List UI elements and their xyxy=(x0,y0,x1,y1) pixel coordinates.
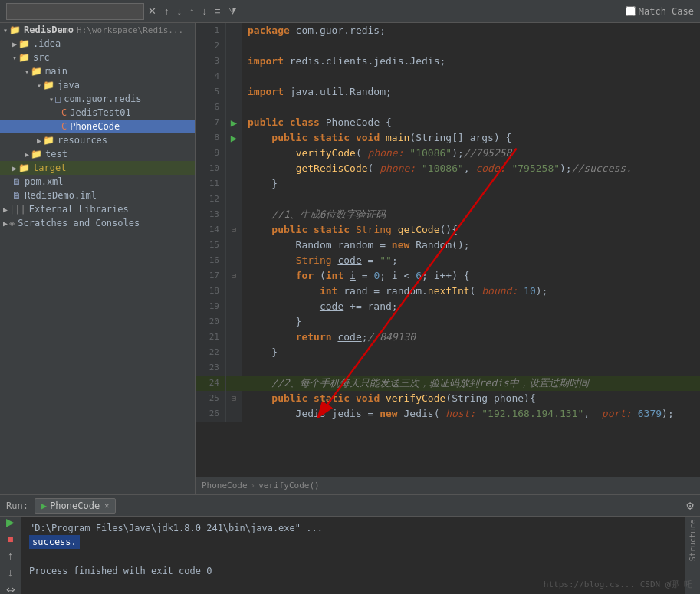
match-case-label[interactable]: Match Case xyxy=(639,6,694,17)
code-line-15: 15 Random random = new Random(); xyxy=(196,238,700,253)
line-gutter-26 xyxy=(226,406,242,422)
run-stop-button[interactable]: ■ xyxy=(5,532,16,546)
code-editor[interactable]: 1 package com.guor.redis; 2 3 import red… xyxy=(196,23,700,477)
match-case-area: Match Case xyxy=(626,6,694,17)
sidebar-item-external-libs[interactable]: ▶ ||| External Libraries xyxy=(0,202,195,216)
run-tab-phonecode[interactable]: ▶ PhoneCode ✕ xyxy=(35,498,116,514)
test-arrow: ▶ xyxy=(25,150,29,159)
sidebar-label-pom: pom.xml xyxy=(25,176,64,187)
sidebar-item-src[interactable]: ▾ 📁 src xyxy=(0,51,195,64)
prev-result-button[interactable]: ↑ xyxy=(160,4,173,18)
code-line-9: 9 verifyCode( phone: "10086");//795258 xyxy=(196,146,700,161)
target-arrow: ▶ xyxy=(12,164,17,172)
java-arrow: ▾ xyxy=(37,81,41,90)
line-number-3: 3 xyxy=(196,54,226,69)
match-case-checkbox[interactable] xyxy=(626,6,636,16)
line-content-4 xyxy=(242,69,700,84)
code-line-6: 6 xyxy=(196,100,700,115)
sidebar-label-package: com.guor.redis xyxy=(64,94,141,104)
filter-btn3[interactable]: ≡ xyxy=(211,4,225,18)
line-number-5: 5 xyxy=(196,84,226,100)
sidebar-item-resources[interactable]: ▶ 📁 resources xyxy=(0,133,195,147)
code-line-23: 23 xyxy=(196,360,700,376)
sidebar-item-java[interactable]: ▾ 📁 java xyxy=(0,78,195,92)
run-settings-button[interactable]: ⚙ xyxy=(686,498,694,513)
breadcrumb-part2[interactable]: verifyCode() xyxy=(258,481,319,491)
sidebar-label-iml: RedisDemo.iml xyxy=(25,190,97,201)
sidebar-item-idea[interactable]: ▶ 📁 .idea xyxy=(0,37,195,51)
next-result-button[interactable]: ↓ xyxy=(173,4,186,18)
sidebar-label-java: java xyxy=(58,80,80,90)
line-number-1: 1 xyxy=(196,23,226,38)
sidebar-item-package[interactable]: ▾ ◫ com.guor.redis xyxy=(0,92,195,106)
pkg-arrow: ▾ xyxy=(49,95,54,103)
structure-label: Structure xyxy=(688,520,697,561)
sidebar-item-scratches[interactable]: ▶ ◈ Scratches and Consoles xyxy=(0,216,195,230)
code-line-14: 14 ⊟ public static String getCode(){ xyxy=(196,222,700,238)
sidebar-item-test[interactable]: ▶ 📁 test xyxy=(0,147,195,161)
line-number-12: 12 xyxy=(196,192,226,207)
extlibs-arrow: ▶ xyxy=(3,205,8,214)
search-input[interactable] xyxy=(6,3,144,20)
filter-btn1[interactable]: ↑ xyxy=(186,4,199,18)
filter-icon[interactable]: ⧩ xyxy=(225,4,241,19)
line-content-6 xyxy=(242,100,700,115)
line-number-11: 11 xyxy=(196,176,226,192)
line-content-23 xyxy=(242,360,700,376)
code-line-24: 24 //2、每个手机每天只能发送三次，验证码放到redis中，设置过期时间 xyxy=(196,376,700,391)
editor-area: 1 package com.guor.redis; 2 3 import red… xyxy=(196,23,700,494)
line-gutter-16 xyxy=(226,253,242,268)
line-content-1: package com.guor.redis; xyxy=(242,23,700,38)
clear-search-button[interactable]: ✕ xyxy=(144,4,160,18)
sidebar-label-scratches: Scratches and Consoles xyxy=(18,218,140,228)
run-play-button[interactable]: ▶ xyxy=(5,517,16,529)
sidebar-item-main[interactable]: ▾ 📁 main xyxy=(0,64,195,78)
line-gutter-19 xyxy=(226,299,242,314)
target-icon: 📁 xyxy=(18,162,30,173)
line-gutter-7: ▶ xyxy=(226,115,242,130)
code-line-21: 21 return code;//849130 xyxy=(196,330,700,345)
breadcrumb-part1[interactable]: PhoneCode xyxy=(202,481,248,491)
line-number-25: 25 xyxy=(196,391,226,406)
run-scroll-down-button[interactable]: ↓ xyxy=(5,566,16,579)
filter-btn2[interactable]: ↓ xyxy=(199,4,212,18)
breadcrumb-sep: › xyxy=(251,481,256,491)
line-gutter-18 xyxy=(226,284,242,299)
line-content-2 xyxy=(242,38,700,54)
line-content-11: } xyxy=(242,176,700,192)
line-number-22: 22 xyxy=(196,345,226,360)
code-line-22: 22 } xyxy=(196,345,700,360)
line-content-20: } xyxy=(242,314,700,330)
java-icon: 📁 xyxy=(43,80,54,90)
sidebar-item-phonecode[interactable]: C PhoneCode xyxy=(0,120,195,133)
java-file-icon: C xyxy=(61,107,67,118)
run-scroll-up-button[interactable]: ↑ xyxy=(5,549,16,563)
sidebar-label-target: target xyxy=(33,162,66,173)
code-line-26: 26 Jedis jedis = new Jedis( host: "192.1… xyxy=(196,406,700,422)
idea-arrow: ▶ xyxy=(12,40,17,48)
sidebar-path: H:\workspace\Redis... xyxy=(77,25,183,35)
sidebar-item-redisdemo[interactable]: ▾ 📁 RedisDemo H:\workspace\Redis... xyxy=(0,23,195,37)
line-content-16: String code = ""; xyxy=(242,253,700,268)
run-wrap-button[interactable]: ⇔ xyxy=(5,583,16,595)
line-content-26: Jedis jedis = new Jedis( host: "192.168.… xyxy=(242,406,700,422)
sidebar-label-test: test xyxy=(45,149,67,159)
project-sidebar: ▾ 📁 RedisDemo H:\workspace\Redis... ▶ 📁 … xyxy=(0,23,196,494)
line-number-19: 19 xyxy=(196,299,226,314)
sidebar-label-phonecode: PhoneCode xyxy=(70,121,120,132)
sidebar-label-jedistest01: JedisTest01 xyxy=(70,107,130,118)
line-number-7: 7 xyxy=(196,115,226,130)
pom-icon: 🗎 xyxy=(12,176,21,187)
sidebar-item-iml[interactable]: 🗎 RedisDemo.iml xyxy=(0,189,195,202)
line-content-18: int rand = random.nextInt( bound: 10); xyxy=(242,284,700,299)
line-number-4: 4 xyxy=(196,69,226,84)
line-number-17: 17 xyxy=(196,268,226,284)
code-line-10: 10 getRedisCode( phone: "10086", code: "… xyxy=(196,161,700,176)
line-gutter-9 xyxy=(226,146,242,161)
run-tab-close[interactable]: ✕ xyxy=(104,501,109,510)
sidebar-item-target[interactable]: ▶ 📁 target xyxy=(0,161,195,175)
scratches-icon: ◈ xyxy=(9,218,15,228)
sidebar-item-jedistest01[interactable]: C JedisTest01 xyxy=(0,106,195,120)
line-gutter-15 xyxy=(226,238,242,253)
sidebar-item-pom[interactable]: 🗎 pom.xml xyxy=(0,175,195,189)
